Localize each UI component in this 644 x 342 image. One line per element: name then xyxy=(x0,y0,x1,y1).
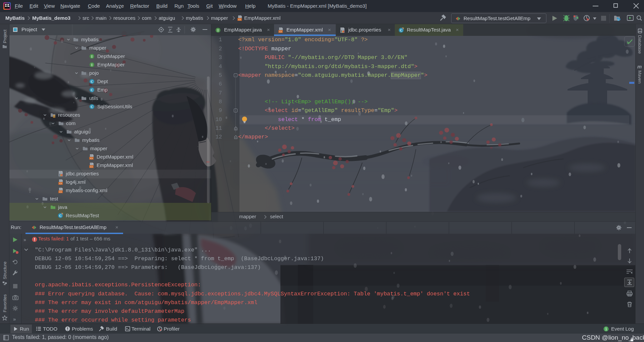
svg-text:1: 1 xyxy=(605,327,607,331)
